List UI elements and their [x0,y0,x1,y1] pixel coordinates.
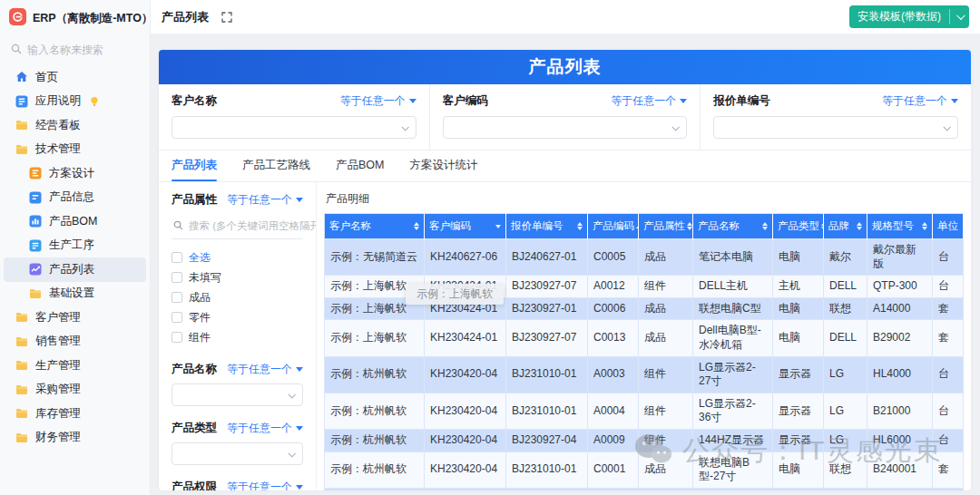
table-cell: A0009 [588,429,639,451]
table-cell: 套 [933,451,964,488]
column-label: 产品属性 [643,219,685,233]
sidebar-item-生产工序[interactable]: 生产工序 [4,234,146,258]
table-cell: 主机 [773,276,824,298]
column-header-客户名称[interactable]: 客户名称 [325,214,425,239]
checkbox[interactable] [172,272,182,283]
sidebar-item-生产管理[interactable]: 生产管理 [4,354,146,378]
table-cell: 套 [933,488,964,490]
sort-icon[interactable] [414,222,419,231]
filter-operator-dropdown[interactable]: 等于任意一个 [611,93,687,109]
sidebar-item-label: 销售管理 [35,334,81,349]
filter-value-select[interactable] [713,116,958,139]
sidebar-item-方案设计[interactable]: 方案设计 [4,161,146,186]
attribute-operator-dropdown[interactable]: 等于任意一个 [227,192,303,208]
filter-value-select[interactable] [172,442,303,465]
tab-产品工艺路线[interactable]: 产品工艺路线 [242,158,310,181]
filter-value-select[interactable] [172,383,303,406]
sidebar-item-应用说明[interactable]: 应用说明 [4,90,146,114]
sidebar-item-经营看板[interactable]: 经营看板 [4,113,146,138]
column-header-产品名称[interactable]: 产品名称 [693,214,773,239]
column-header-客户编码[interactable]: 客户编码 [425,214,506,239]
column-header-产品类型[interactable]: 产品类型 [773,214,824,239]
table-cell: 联想电脑C型 [693,297,773,320]
sidebar-item-客户管理[interactable]: 客户管理 [4,306,146,330]
sidebar-item-销售管理[interactable]: 销售管理 [4,330,146,354]
sidebar-item-产品信息[interactable]: 产品信息 [4,186,146,210]
checkbox-option-零件[interactable]: 零件 [172,307,303,327]
sort-desc-icon[interactable] [495,225,501,228]
checkbox[interactable] [172,252,182,263]
table-cell: DELL [824,320,867,356]
sidebar-item-技术管理[interactable]: 技术管理 [4,138,146,162]
sidebar-item-采购管理[interactable]: 采购管理 [4,378,146,403]
column-header-规格型号[interactable]: 规格型号 [867,214,933,239]
table-row[interactable]: 示例：杭州帆软KH230420-04BJ231010-01C0001成品联想电脑… [325,451,964,488]
checkbox[interactable] [172,332,182,343]
sidebar-item-财务管理[interactable]: 财务管理 [4,426,146,451]
table-row[interactable]: 示例：杭州帆软KH230420-04BJ230927-04A0009组件144H… [325,429,964,451]
table-cell: DELL主机 [693,276,773,298]
column-header-产品属性[interactable]: 产品属性 [639,214,693,239]
table-cell: 台 [933,429,964,451]
filter-operator-dropdown[interactable]: 等于任意一个 [227,421,303,436]
column-label: 产品类型 [778,219,819,233]
checkbox[interactable] [172,292,182,303]
fullscreen-icon[interactable] [221,12,232,23]
tab-方案设计统计[interactable]: 方案设计统计 [409,158,477,181]
table-row[interactable]: 示例：杭州帆软KH230420-04BJ231010-01A0004组件LG显示… [325,393,964,429]
table-cell: HL6000 [867,429,933,451]
table-cell: 显示器 [773,429,824,451]
checkbox-option-组件[interactable]: 组件 [172,327,303,347]
sidebar-item-label: 财务管理 [35,430,81,445]
sidebar-item-库存管理[interactable]: 库存管理 [4,402,146,426]
panel-filter-产品类型: 产品类型等于任意一个 [172,421,303,465]
column-header-单位[interactable]: 单位 [933,214,964,239]
sidebar-item-基础设置[interactable]: 基础设置 [4,282,146,306]
operator-label: 等于任意一个 [340,93,406,109]
sidebar-item-产品列表[interactable]: 产品列表 [4,257,146,282]
attribute-search-input[interactable]: 搜索 (多个关键词用空格隔开) [172,215,303,239]
panel-filter-产品名称: 产品名称等于任意一个 [172,362,303,406]
filter-value-select[interactable] [172,116,416,139]
checkbox-option-成品[interactable]: 成品 [172,287,303,307]
tab-产品BOM[interactable]: 产品BOM [336,158,384,181]
checkbox[interactable] [172,312,182,323]
caret-down-icon [296,198,303,202]
sidebar-item-产品BOM[interactable]: 产品BOM [4,209,146,234]
sort-icon[interactable] [922,222,927,231]
chevron-down-icon[interactable] [950,5,969,28]
sort-icon[interactable] [577,222,583,231]
filter-operator-dropdown[interactable]: 等于任意一个 [340,93,416,109]
filter-value-select[interactable] [443,116,688,139]
table-row[interactable]: 示例：无锡简道云KH240627-06BJ240627-01C0005成品笔记本… [325,239,964,276]
sort-icon[interactable] [762,222,768,231]
app-header: ERP（离散制造-MTO） [0,0,150,34]
table-row[interactable]: 示例：杭州帆软KH230420-04BJ231010-01C0002成品Dell… [325,488,964,490]
sidebar-item-label: 库存管理 [35,406,81,422]
filter-operator-dropdown[interactable]: 等于任意一个 [227,362,303,377]
column-header-报价单编号[interactable]: 报价单编号 [506,214,588,239]
table-cell: 电脑 [773,451,824,488]
sidebar-search-input[interactable]: 输入名称来搜索 [0,34,150,65]
search-icon [173,220,183,232]
column-header-品牌[interactable]: 品牌 [824,214,867,239]
checkbox-option-全选[interactable]: 全选 [172,248,303,267]
filter-客户编码: 客户编码等于任意一个 [429,84,701,150]
install-template-button[interactable]: 安装模板(带数据) [849,5,969,28]
folder-icon [15,432,28,443]
column-header-产品编码[interactable]: 产品编码 [588,214,639,239]
sort-icon[interactable] [857,222,862,231]
filter-operator-dropdown[interactable]: 等于任意一个 [227,480,303,490]
checkbox-option-未填写[interactable]: 未填写 [172,267,303,287]
table-cell: C0001 [588,451,639,488]
tab-产品列表[interactable]: 产品列表 [172,158,217,181]
sidebar-item-首页[interactable]: 首页 [4,65,146,90]
table-cell: 示例：上海帆软 [325,320,425,356]
sort-icon[interactable] [687,222,692,231]
filter-operator-dropdown[interactable]: 等于任意一个 [882,93,958,109]
hover-tooltip: 示例：上海帆软 [406,284,504,305]
table-cell: HL4000 [867,356,933,393]
table-row[interactable]: 示例：杭州帆软KH230420-04BJ231010-01A0003组件LG显示… [325,356,964,393]
table-row[interactable]: 示例：上海帆软KH230424-01BJ230927-07C0013成品Dell… [325,320,964,356]
table-cell: LG显示器2-27寸 [693,356,773,393]
